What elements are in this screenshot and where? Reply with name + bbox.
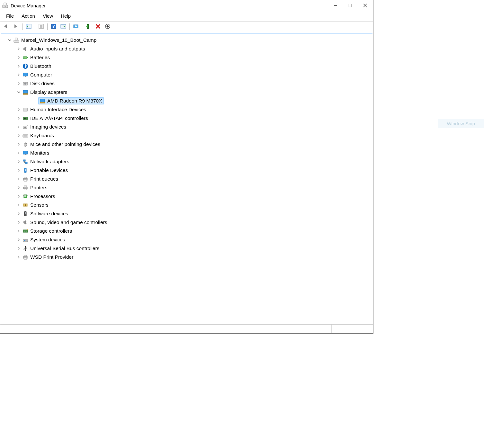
tree-expander-icon[interactable] [16,246,22,251]
svg-rect-34 [23,73,28,76]
tree-node[interactable]: Human Interface Devices [1,105,372,114]
svg-point-52 [24,126,26,128]
tree-expander-icon[interactable] [16,89,22,95]
update-driver-icon [73,23,79,30]
device-tree[interactable]: Marcel_Windows_10_Boot_Camp Audio inputs… [1,33,372,324]
enable-device-icon [85,23,91,30]
tree-expander-icon[interactable] [16,141,22,147]
tree-node[interactable]: Universal Serial Bus controllers [1,244,372,253]
svg-rect-44 [23,108,28,111]
show-hide-tree-button[interactable] [24,23,33,31]
tree-expander-icon[interactable] [16,81,22,86]
tree-node[interactable]: Imaging devices [1,122,372,131]
close-button[interactable] [358,1,372,10]
tree-node-label: Software devices [30,211,68,217]
tree-node[interactable]: Mice and other pointing devices [1,140,372,148]
show-hidden-devices-button[interactable] [103,23,112,31]
svg-rect-88 [24,240,25,241]
tree-node[interactable]: Marcel_Windows_10_Boot_Camp [1,36,372,44]
tree-expander-icon[interactable] [16,159,22,165]
svg-rect-68 [24,180,27,181]
tree-expander-icon[interactable] [16,176,22,182]
speaker-icon [22,46,29,52]
tree-expander-icon[interactable] [16,63,22,69]
tree-expander-icon[interactable] [16,211,22,217]
svg-rect-35 [25,76,26,77]
tree-node[interactable]: Keyboards [1,131,372,140]
tree-expander-icon[interactable] [16,46,22,52]
minimize-button[interactable] [328,1,343,10]
svg-rect-63 [25,162,27,164]
tree-expander-icon[interactable] [16,228,22,234]
tree-node[interactable]: Processors [1,192,372,201]
tree-expander-icon[interactable] [16,124,22,130]
svg-rect-65 [25,169,26,171]
svg-point-39 [25,83,26,84]
tree-expander-icon[interactable] [7,37,13,43]
tree-expander-icon[interactable] [16,237,22,243]
tree-node[interactable]: Sensors [1,201,372,209]
tree-node[interactable]: System devices [1,235,372,244]
tree-node[interactable]: WSD Print Provider [1,253,372,261]
svg-rect-93 [24,249,25,250]
uninstall-device-button[interactable] [94,23,102,31]
tree-expander-icon[interactable] [16,107,22,112]
properties-icon [38,23,44,30]
svg-rect-62 [23,160,25,161]
tree-node[interactable]: Batteries [1,53,372,62]
toolbar-separator [47,23,48,30]
menu-action[interactable]: Action [18,12,38,20]
tree-node[interactable]: Disk drives [1,79,372,88]
tree-expander-icon[interactable] [16,55,22,60]
menu-file[interactable]: File [3,12,17,20]
tree-expander-icon[interactable] [16,202,22,208]
svg-rect-40 [23,90,28,94]
tree-node-label: Sound, video and game controllers [30,220,107,225]
menu-help[interactable]: Help [58,12,74,20]
tree-node[interactable]: Computer [1,70,372,79]
tree-expander-icon[interactable] [16,220,22,225]
enable-device-button[interactable] [84,23,93,31]
svg-point-2 [5,6,6,7]
menu-view[interactable]: View [40,12,56,20]
properties-button[interactable] [37,23,45,31]
toolbar-separator [69,23,70,30]
tree-node[interactable]: IDE ATA/ATAPI controllers [1,114,372,122]
tree-node[interactable]: Software devices [1,209,372,218]
tree-node-label: Print queues [30,176,58,182]
svg-rect-59 [23,151,28,154]
tree-expander-icon[interactable] [16,72,22,78]
tree-expander-icon[interactable] [16,150,22,156]
svg-rect-43 [40,102,45,103]
maximize-button[interactable] [343,1,358,10]
tree-expander-icon[interactable] [16,185,22,191]
tree-expander-icon[interactable] [16,133,22,139]
tree-expander-icon[interactable] [16,167,22,173]
tree-expander-icon[interactable] [16,115,22,121]
svg-rect-53 [27,125,28,126]
svg-rect-81 [25,212,26,214]
tree-node[interactable]: AMD Radeon R9 M370X [1,96,372,105]
forward-button[interactable] [12,23,20,31]
back-button[interactable] [2,23,11,31]
scan-hardware-button[interactable] [59,23,67,31]
tree-node[interactable]: Print queues [1,175,372,183]
update-driver-button[interactable] [72,23,80,31]
tree-node[interactable]: Portable Devices [1,166,372,175]
tree-node[interactable]: Monitors [1,148,372,157]
help-icon: ? [50,23,57,30]
tree-node[interactable]: Printers [1,183,372,192]
tree-node[interactable]: Storage controllers [1,227,372,235]
help-button[interactable]: ? [49,23,58,31]
show-hide-console-tree-icon [25,23,32,30]
tree-node[interactable]: Bluetooth [1,62,372,70]
svg-rect-89 [25,240,27,241]
svg-marker-29 [24,47,26,51]
tree-node[interactable]: Sound, video and game controllers [1,218,372,227]
tree-node[interactable]: Display adapters [1,88,372,96]
tree-node[interactable]: Network adapters [1,157,372,166]
tree-expander-icon[interactable] [16,254,22,260]
tree-expander-icon[interactable] [16,193,22,199]
menu-bar: File Action View Help [0,11,373,22]
tree-node[interactable]: Audio inputs and outputs [1,44,372,53]
